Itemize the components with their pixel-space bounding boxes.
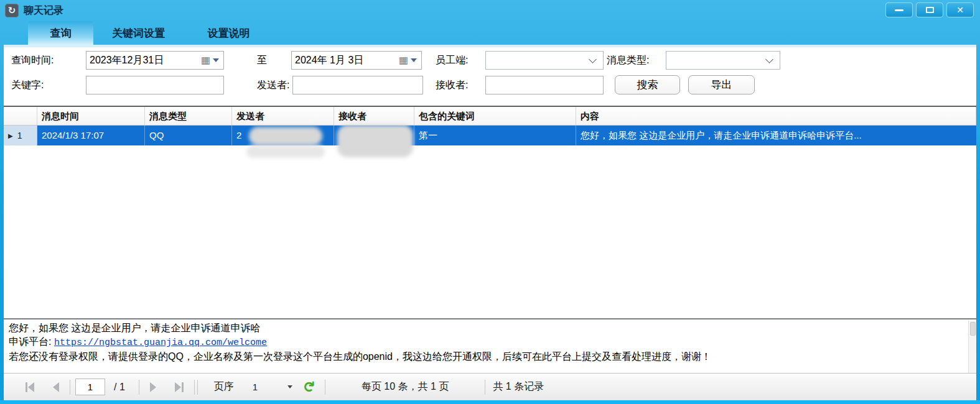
query-time-label: 查询时间: bbox=[11, 51, 54, 70]
msg-type-dropdown[interactable] bbox=[666, 51, 780, 70]
redacted-receiver-blur bbox=[337, 125, 413, 157]
date-to-picker[interactable]: 2024年 1月 3日 ▦ bbox=[291, 51, 422, 70]
content-area: 查询时间: 2023年12月31日 ▦ 至 2024年 1月 3日 ▦ 员工端:… bbox=[4, 45, 976, 400]
detail-line-1: 您好，如果您 这边是企业用户，请走企业申诉通道申诉哈 bbox=[9, 321, 971, 335]
window-bottom-edge bbox=[0, 400, 980, 404]
search-button[interactable]: 搜索 bbox=[615, 75, 680, 94]
detail-line-2: 申诉平台: https://ngbstat.guanjia.qq.com/wel… bbox=[9, 335, 971, 350]
date-from-picker[interactable]: 2023年12月31日 ▦ bbox=[86, 51, 224, 70]
separator bbox=[194, 380, 195, 395]
prev-page-icon bbox=[53, 382, 59, 392]
date-dropdown-arrow-icon[interactable] bbox=[411, 58, 417, 62]
calendar-icon: ▦ bbox=[201, 55, 210, 65]
pager-nav: / 1 bbox=[21, 379, 199, 395]
per-page-summary: 每页 10 条，共 1 页 bbox=[362, 380, 449, 393]
refresh-icon[interactable]: ↻ bbox=[301, 380, 316, 392]
window-controls: ✕ bbox=[885, 2, 974, 17]
message-detail-panel: 您好，如果您 这边是企业用户，请走企业申诉通道申诉哈 申诉平台: https:/… bbox=[4, 318, 976, 373]
export-button[interactable]: 导出 bbox=[688, 75, 755, 94]
detail-line-3: 若您还没有登录权限，请提供登录的QQ，企业名称及第一次登录这个平台生成的open… bbox=[9, 350, 971, 364]
tab-query[interactable]: 查询 bbox=[28, 21, 93, 45]
first-page-icon bbox=[26, 382, 27, 392]
receiver-input[interactable] bbox=[485, 76, 604, 94]
app-icon-glyph: ↻ bbox=[8, 5, 16, 16]
minimize-button[interactable] bbox=[885, 2, 913, 17]
cell-content: 您好，如果您 这边是企业用户，请走企业申诉通道申诉哈申诉平台... bbox=[576, 126, 976, 145]
prev-page-button[interactable] bbox=[47, 379, 65, 395]
keyword-input[interactable] bbox=[86, 76, 224, 94]
title-bar: ↻ 聊天记录 ✕ bbox=[0, 0, 980, 21]
table-header-indexcol bbox=[4, 107, 37, 125]
tab-keyword-settings[interactable]: 关键词设置 bbox=[93, 21, 184, 45]
total-pages-label: / 1 bbox=[114, 382, 125, 393]
page-order-dropdown[interactable]: 1 bbox=[248, 379, 296, 395]
table-header-content[interactable]: 内容 bbox=[576, 107, 976, 125]
chevron-down-icon bbox=[765, 55, 773, 63]
sender-label: 发送者: bbox=[257, 76, 289, 94]
results-table: 消息时间 消息类型 发送者 接收者 包含的关键词 内容 ▶ 1 2024/1/3… bbox=[4, 106, 976, 318]
sender-input[interactable] bbox=[292, 76, 423, 94]
row-index: 1 bbox=[17, 131, 22, 140]
next-page-icon bbox=[150, 382, 156, 392]
table-row[interactable]: ▶ 1 2024/1/3 17:07 QQ 2 第一 您好，如果您 这边是企业用… bbox=[4, 126, 976, 145]
to-label: 至 bbox=[257, 51, 267, 70]
calendar-icon: ▦ bbox=[399, 55, 408, 65]
scrollbar-thumb[interactable] bbox=[970, 322, 976, 336]
table-header-receiver[interactable]: 接收者 bbox=[334, 107, 414, 125]
date-to-value: 2024年 1月 3日 bbox=[295, 54, 363, 67]
employee-dropdown[interactable] bbox=[485, 51, 604, 70]
window-title: 聊天记录 bbox=[24, 4, 63, 17]
redacted-sender-blur bbox=[249, 127, 322, 145]
detail-link-label: 申诉平台: bbox=[9, 336, 54, 347]
total-records-summary: 共 1 条记录 bbox=[493, 380, 544, 393]
tab-bar: 查询 关键词设置 设置说明 bbox=[0, 21, 980, 45]
separator bbox=[325, 380, 325, 395]
cell-keywords: 第一 bbox=[414, 126, 576, 145]
tab-settings-help[interactable]: 设置说明 bbox=[184, 21, 274, 45]
row-indicator: ▶ 1 bbox=[4, 126, 37, 145]
redacted-sender-blur bbox=[246, 145, 325, 158]
current-row-arrow-icon: ▶ bbox=[8, 132, 13, 139]
last-page-button[interactable] bbox=[170, 379, 188, 395]
last-page-icon bbox=[175, 382, 181, 392]
chevron-down-icon bbox=[589, 55, 597, 63]
maximize-icon bbox=[926, 7, 934, 13]
page-order-value: 1 bbox=[253, 382, 258, 392]
separator bbox=[485, 380, 485, 395]
last-page-icon bbox=[182, 382, 184, 392]
appeal-platform-link[interactable]: https://ngbstat.guanjia.qq.com/welcome bbox=[54, 337, 267, 348]
chat-records-window: ↻ 聊天记录 ✕ 查询 关键词设置 设置说明 查询时间: 2023年12月31日… bbox=[0, 0, 980, 404]
cell-time: 2024/1/3 17:07 bbox=[37, 126, 145, 145]
date-dropdown-arrow-icon[interactable] bbox=[213, 58, 219, 62]
detail-scrollbar[interactable] bbox=[968, 321, 976, 373]
maximize-button[interactable] bbox=[916, 2, 943, 17]
page-order-label: 页序 bbox=[214, 380, 234, 393]
first-page-icon bbox=[28, 382, 34, 392]
dropdown-arrow-icon bbox=[287, 385, 292, 388]
table-header-keywords[interactable]: 包含的关键词 bbox=[414, 107, 576, 125]
app-icon: ↻ bbox=[5, 4, 19, 17]
table-header-row: 消息时间 消息类型 发送者 接收者 包含的关键词 内容 bbox=[4, 107, 976, 126]
date-from-value: 2023年12月31日 bbox=[90, 54, 164, 67]
separator bbox=[197, 380, 198, 395]
receiver-label: 接收者: bbox=[436, 76, 468, 94]
keyword-label: 关键字: bbox=[11, 76, 44, 94]
table-header-time[interactable]: 消息时间 bbox=[37, 107, 145, 125]
page-number-input[interactable] bbox=[75, 379, 105, 395]
employee-label: 员工端: bbox=[436, 51, 468, 70]
table-header-sender[interactable]: 发送者 bbox=[232, 107, 334, 125]
first-page-button[interactable] bbox=[21, 379, 39, 395]
msg-type-label: 消息类型: bbox=[607, 51, 649, 70]
close-button[interactable]: ✕ bbox=[946, 2, 974, 17]
close-icon: ✕ bbox=[956, 6, 964, 14]
pagination-bar: / 1 页序 1 ↻ 每页 10 条，共 1 页 共 1 条记录 bbox=[4, 373, 976, 400]
separator bbox=[139, 380, 139, 395]
separator bbox=[70, 380, 70, 395]
cell-type: QQ bbox=[145, 126, 232, 145]
table-header-type[interactable]: 消息类型 bbox=[145, 107, 232, 125]
content-top-highlight bbox=[4, 45, 976, 47]
minimize-icon bbox=[895, 9, 903, 11]
next-page-button[interactable] bbox=[144, 379, 162, 395]
